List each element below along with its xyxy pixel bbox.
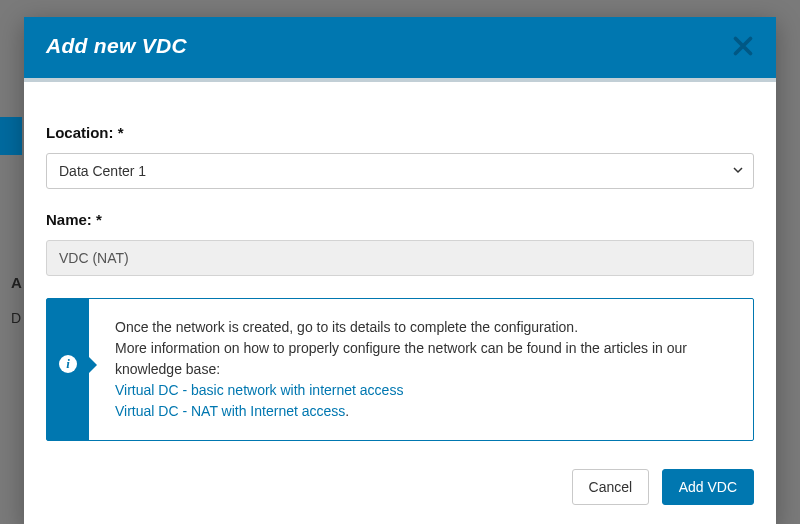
cancel-button[interactable]: Cancel [572, 469, 650, 505]
name-field[interactable] [46, 240, 754, 276]
kb-link-suffix: . [345, 403, 349, 419]
add-vdc-modal: Add new VDC Location: * Data Center 1 Na… [24, 17, 776, 524]
background-letter-a: A [11, 274, 22, 291]
info-text-2: More information on how to properly conf… [115, 338, 733, 380]
info-panel: i Once the network is created, go to its… [46, 298, 754, 441]
background-letter-d: D [11, 310, 21, 326]
background-tab [0, 117, 22, 155]
name-label: Name: * [46, 211, 754, 228]
modal-header: Add new VDC [24, 17, 776, 78]
kb-link-basic-network[interactable]: Virtual DC - basic network with internet… [115, 380, 733, 401]
location-label: Location: * [46, 124, 754, 141]
location-select-wrap: Data Center 1 [46, 153, 754, 189]
info-text-1: Once the network is created, go to its d… [115, 317, 733, 338]
info-arrow [89, 357, 97, 373]
close-icon[interactable] [728, 31, 758, 61]
modal-title: Add new VDC [46, 34, 754, 58]
location-select[interactable]: Data Center 1 [46, 153, 754, 189]
kb-link-nat[interactable]: Virtual DC - NAT with Internet access [115, 403, 345, 419]
modal-body: Location: * Data Center 1 Name: * i Once… [24, 82, 776, 453]
modal-footer: Cancel Add VDC [24, 453, 776, 524]
info-icon: i [59, 355, 77, 373]
add-vdc-button[interactable]: Add VDC [662, 469, 754, 505]
